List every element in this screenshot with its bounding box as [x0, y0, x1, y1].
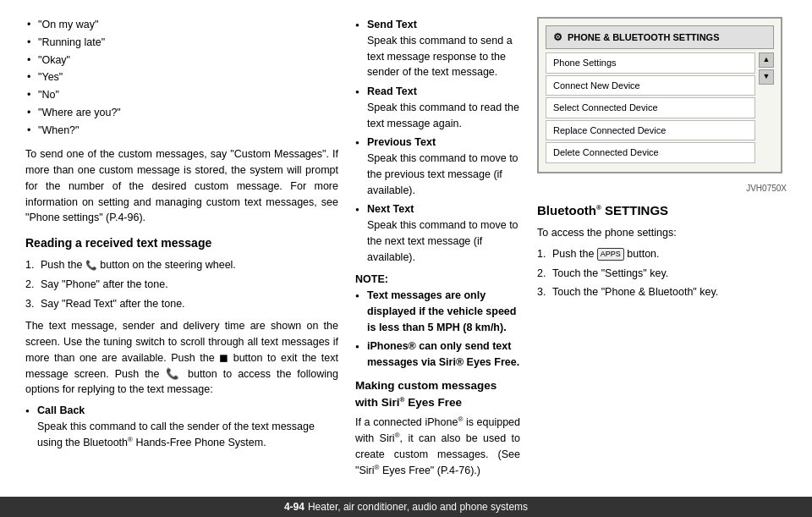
bluetooth-intro: To access the phone settings:: [537, 225, 787, 241]
read-text-item: ● Read Text Speak this command to read t…: [355, 84, 520, 131]
panel-body: Phone Settings Connect New Device Select…: [546, 52, 774, 165]
read-text-label: Read Text: [367, 85, 417, 97]
content-area: "On my way" "Running late" "Okay" "Yes" …: [0, 0, 812, 497]
apps-button-icon: APPS: [597, 248, 624, 261]
note-label: NOTE:: [355, 272, 520, 288]
call-back-item: ● Call Back Speak this command to call t…: [25, 403, 338, 450]
panel-scrollbar: ▲ ▼: [759, 52, 774, 165]
next-text-item: ● Next Text Speak this command to move t…: [355, 201, 520, 265]
panel-caption: JVH0750X: [537, 182, 787, 195]
list-item: 3. Touch the "Phone & Bluetooth" key.: [537, 284, 787, 300]
bluetooth-steps: 1. Push the APPS button. 2. Touch the "S…: [537, 246, 787, 300]
read-text-desc: Speak this command to read the text mess…: [367, 102, 519, 129]
note-text-2: iPhones® can only send text messages via…: [367, 340, 519, 368]
list-item: 2. Touch the "Settings" key.: [537, 266, 787, 282]
call-back-label: Call Back: [37, 404, 85, 416]
call-back-text: Speak this command to call the sender of…: [37, 421, 315, 448]
page: "On my way" "Running late" "Okay" "Yes" …: [0, 0, 812, 517]
right-column: ● Send Text Speak this command to send a…: [355, 17, 787, 488]
panel-header: ⚙ PHONE & BLUETOOTH SETTINGS: [546, 25, 774, 49]
menu-item-phone-settings[interactable]: Phone Settings: [546, 52, 755, 74]
note-text-1: Text messages are only displayed if the …: [367, 289, 516, 333]
panel-title: PHONE & BLUETOOTH SETTINGS: [568, 30, 719, 45]
scroll-up-button[interactable]: ▲: [759, 52, 774, 68]
gear-icon: ⚙: [553, 30, 562, 45]
siri-section-heading: Making custom messages with Siri® Eyes F…: [355, 377, 520, 412]
settings-panel: ⚙ PHONE & BLUETOOTH SETTINGS Phone Setti…: [537, 17, 782, 173]
list-item: "Running late": [25, 35, 338, 51]
right-inner: ● Send Text Speak this command to send a…: [355, 17, 787, 484]
list-item: 3. Say "Read Text" after the tone.: [25, 296, 338, 312]
send-text-label: Send Text: [367, 19, 417, 30]
list-item: "Yes": [25, 69, 338, 85]
note-item-1: ● Text messages are only displayed if th…: [355, 288, 520, 335]
phone-icon2: 📞: [166, 368, 183, 380]
list-item: 1. Push the 📞 button on the steering whe…: [25, 257, 338, 273]
previous-text-label: Previous Text: [367, 136, 436, 148]
scroll-para: The text message, sender and delivery ti…: [25, 318, 338, 398]
list-item: "Where are you?": [25, 105, 338, 121]
menu-item-select-connected[interactable]: Select Connected Device: [546, 97, 755, 118]
menu-item-replace-connected[interactable]: Replace Connected Device: [546, 120, 755, 141]
footer-bar: 4-94 Heater, air conditioner, audio and …: [0, 497, 812, 517]
list-item: "On my way": [25, 17, 338, 33]
menu-item-delete-connected[interactable]: Delete Connected Device: [546, 142, 755, 163]
list-item: "When?": [25, 123, 338, 139]
note-item-2: ● iPhones® can only send text messages v…: [355, 338, 520, 371]
phone-icon: 📞: [85, 258, 97, 272]
list-item: 1. Push the APPS button.: [537, 246, 787, 262]
list-item: "Okay": [25, 52, 338, 69]
steps-list: 1. Push the 📞 button on the steering whe…: [25, 257, 338, 311]
section-reading-heading: Reading a received text message: [25, 234, 338, 252]
previous-text-desc: Speak this command to move to the previo…: [367, 152, 518, 196]
menu-item-connect-new[interactable]: Connect New Device: [546, 75, 755, 96]
next-text-label: Next Text: [367, 203, 414, 215]
right-text-area: ● Send Text Speak this command to send a…: [355, 17, 520, 484]
bluetooth-heading: Bluetooth® SETTINGS: [537, 201, 787, 221]
panel-menu: Phone Settings Connect New Device Select…: [546, 52, 755, 165]
left-column: "On my way" "Running late" "Okay" "Yes" …: [25, 17, 338, 488]
scroll-down-button[interactable]: ▼: [759, 69, 774, 85]
list-item: "No": [25, 87, 338, 103]
send-text-item: ● Send Text Speak this command to send a…: [355, 17, 520, 80]
panel-area: ⚙ PHONE & BLUETOOTH SETTINGS Phone Setti…: [537, 17, 787, 484]
siri-para: If a connected iPhone® is equipped with …: [355, 415, 520, 478]
footer-text: Heater, air conditioner, audio and phone…: [308, 501, 528, 513]
next-text-desc: Speak this command to move to the next t…: [367, 219, 518, 263]
page-number: 4-94: [284, 501, 304, 513]
custom-messages-para: To send one of the custom messages, say …: [25, 146, 338, 226]
bullet-list: "On my way" "Running late" "Okay" "Yes" …: [25, 17, 338, 138]
send-text-desc: Speak this command to send a text messag…: [367, 35, 513, 79]
list-item: 2. Say "Phone" after the tone.: [25, 277, 338, 293]
previous-text-item: ● Previous Text Speak this command to mo…: [355, 135, 520, 198]
